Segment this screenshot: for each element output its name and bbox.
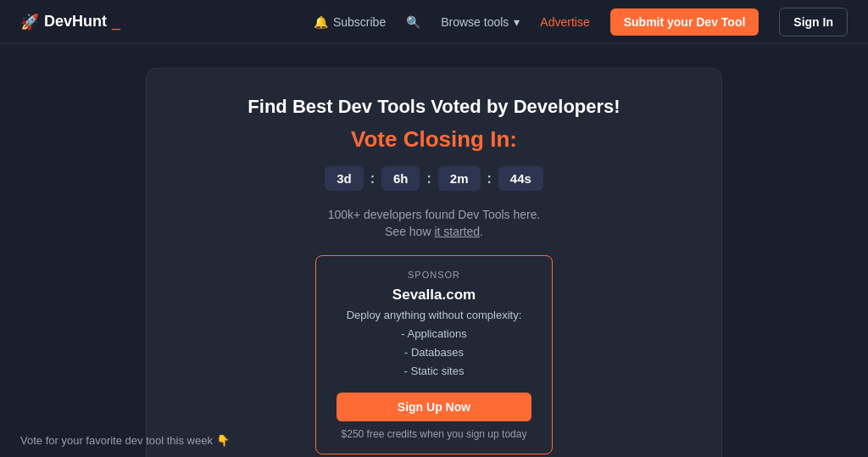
browse-tools-label: Browse tools — [441, 15, 509, 29]
footer-text: Vote for your favorite dev tool this wee… — [20, 434, 230, 447]
sign-in-button[interactable]: Sign In — [779, 8, 848, 36]
sponsor-list: - Applications - Databases - Static site… — [337, 325, 531, 381]
search-nav-item[interactable]: 🔍 — [406, 15, 420, 29]
subscribe-label: Subscribe — [333, 15, 386, 29]
page-footer: Vote for your favorite dev tool this wee… — [20, 434, 230, 447]
submit-dev-tool-button[interactable]: Submit your Dev Tool — [610, 8, 760, 36]
header: 🚀 DevHunt _ 🔔 Subscribe 🔍 Browse tools ▾… — [0, 0, 868, 44]
sponsor-list-item-1: - Applications — [337, 325, 531, 343]
hero-card: Find Best Dev Tools Voted by Developers!… — [146, 68, 722, 457]
browse-tools-nav-item[interactable]: Browse tools ▾ — [441, 15, 520, 29]
sponsor-list-item-3: - Static sites — [337, 362, 531, 381]
logo-cursor: _ — [112, 13, 120, 31]
subscribe-nav-item[interactable]: 🔔 Subscribe — [314, 15, 386, 29]
hero-title: Find Best Dev Tools Voted by Developers! — [181, 96, 687, 118]
it-started-link[interactable]: it started — [434, 225, 480, 238]
sponsor-card: sponsor Sevalla.com Deploy anything with… — [315, 255, 553, 454]
chevron-down-icon: ▾ — [514, 15, 520, 29]
main-content: Find Best Dev Tools Voted by Developers!… — [0, 44, 868, 457]
bell-icon: 🔔 — [314, 15, 328, 29]
sponsor-credits: $250 free credits when you sign up today — [337, 428, 531, 440]
countdown-sep-1: : — [370, 171, 375, 187]
hero-sub-text: 100k+ developers found Dev Tools here. — [181, 208, 687, 221]
logo-area: 🚀 DevHunt _ — [20, 13, 120, 31]
countdown-hours: 6h — [381, 166, 420, 191]
search-icon: 🔍 — [406, 15, 420, 29]
countdown-seconds: 44s — [498, 166, 543, 191]
hero-link-punct: . — [480, 225, 483, 238]
sponsor-label: sponsor — [337, 270, 531, 280]
countdown-days: 3d — [325, 166, 364, 191]
hero-link-line: See how it started. — [181, 225, 687, 238]
countdown-sep-2: : — [426, 171, 431, 187]
logo-icon: 🚀 — [20, 13, 39, 31]
sign-up-now-button[interactable]: Sign Up Now — [337, 393, 531, 421]
countdown-timer: 3d : 6h : 2m : 44s — [181, 166, 687, 191]
sponsor-description: Deploy anything without complexity: — [337, 309, 531, 321]
vote-closing-title: Vote Closing In: — [181, 126, 687, 153]
countdown-sep-3: : — [487, 171, 492, 187]
logo-text: DevHunt — [44, 13, 107, 31]
sponsor-list-item-2: - Databases — [337, 343, 531, 362]
hero-link-prefix: See how — [385, 225, 434, 238]
advertise-nav-item[interactable]: Advertise — [540, 15, 589, 29]
main-nav: 🔔 Subscribe 🔍 Browse tools ▾ Advertise S… — [314, 8, 848, 36]
sponsor-name: Sevalla.com — [337, 287, 531, 304]
countdown-minutes: 2m — [438, 166, 481, 191]
